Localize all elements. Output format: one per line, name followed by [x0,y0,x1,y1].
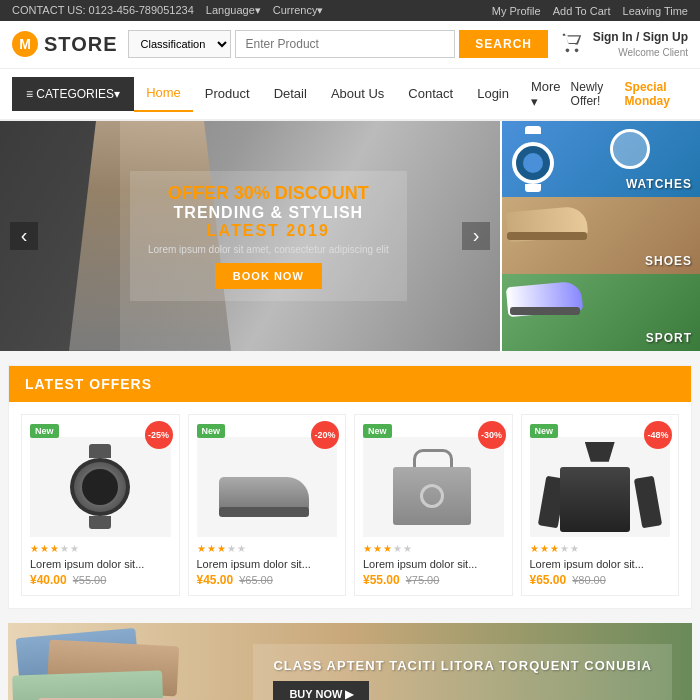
classification-select[interactable]: Classification [128,30,231,58]
book-now-button[interactable]: BOOK NOW [215,263,322,289]
price-old-0: ¥55.00 [73,574,107,586]
stars-0: ★★★★★ [30,543,171,554]
leaving-time-link[interactable]: Leaving Time [623,5,688,17]
nav-item-contact[interactable]: Contact [396,76,465,111]
badge-discount-0: -25% [145,421,173,449]
product-title-1: Lorem ipsum dolor sit... [197,558,338,570]
product-title-0: Lorem ipsum dolor sit... [30,558,171,570]
price-old-3: ¥80.00 [572,574,606,586]
site-header: M STORE Classification SEARCH Sign In / … [0,21,700,69]
hero-prev-arrow[interactable]: ‹ [10,222,38,250]
hero-sidebar-sport[interactable]: SPORT [500,274,700,351]
hero-next-arrow[interactable]: › [462,222,490,250]
welcome-text: Welcome Client [593,46,688,60]
stars-3: ★★★★★ [530,543,671,554]
hero-sidebar: WATCHES SHOES SPORT [500,121,700,351]
cart-icon[interactable] [561,32,583,57]
product-card-bag: New -30% ★★★★★ Lorem ipsum dolor sit... … [354,414,513,596]
sport-label: SPORT [646,331,692,345]
product-prices-1: ¥45.00 ¥65.00 [197,573,338,587]
badge-new-3: New [530,424,559,438]
product-title-2: Lorem ipsum dolor sit... [363,558,504,570]
product-card-jacket: New -48% ★★★★★ Lorem ipsum dolor sit... … [521,414,680,596]
hero-content: OFFER 30% DISCOUNT TRENDING & STYLISH LA… [130,171,407,301]
hero-offer: OFFER 30% DISCOUNT [148,183,389,204]
nav-item-login[interactable]: Login [465,76,521,111]
contact-info: CONTACT US: 0123-456-789051234 [12,4,194,17]
newly-offer-text: Newly Offer! [571,80,617,108]
currency-selector[interactable]: Currency▾ [273,4,324,17]
special-monday-text: Special Monday [625,80,688,108]
search-input[interactable] [235,30,456,58]
hero-section: OFFER 30% DISCOUNT TRENDING & STYLISH LA… [0,121,700,351]
hero-desc: Lorem ipsum dolor sit amet, consectetur … [148,244,389,255]
sign-in-area[interactable]: Sign In / Sign Up Welcome Client [593,29,688,60]
hero-latest: LATEST 2019 [148,222,389,240]
product-img-bag [363,437,504,537]
badge-discount-2: -30% [478,421,506,449]
hero-main: OFFER 30% DISCOUNT TRENDING & STYLISH LA… [0,121,500,351]
price-current-0: ¥40.00 [30,573,67,587]
language-selector[interactable]: Language▾ [206,4,261,17]
logo[interactable]: M STORE [12,31,118,57]
products-grid: New -25% ★★★★★ Lorem ipsum dolor sit... … [9,402,691,596]
nav-items: Home Product Detail About Us Contact Log… [134,69,570,119]
latest-offers-header: LATEST OFFERS [9,366,691,402]
add-to-cart-link[interactable]: Add To Cart [553,5,611,17]
badge-discount-3: -48% [644,421,672,449]
badge-discount-1: -20% [311,421,339,449]
product-card-shoe: New -20% ★★★★★ Lorem ipsum dolor sit... … [188,414,347,596]
nav-item-home[interactable]: Home [134,75,193,112]
search-area: Classification SEARCH [128,30,548,58]
shoes-label: SHOES [645,254,692,268]
sign-in-link[interactable]: Sign In / Sign Up [593,29,688,46]
nav-item-product[interactable]: Product [193,76,262,111]
latest-offers-section: LATEST OFFERS New -25% ★★★★★ Lorem ipsum… [8,365,692,609]
stars-1: ★★★★★ [197,543,338,554]
my-profile-link[interactable]: My Profile [492,5,541,17]
badge-new-1: New [197,424,226,438]
product-prices-3: ¥65.00 ¥80.00 [530,573,671,587]
logo-text: STORE [44,33,118,56]
nav-more[interactable]: More ▾ [521,69,571,119]
price-old-2: ¥75.00 [406,574,440,586]
search-button[interactable]: SEARCH [459,30,548,58]
product-card-watch: New -25% ★★★★★ Lorem ipsum dolor sit... … [21,414,180,596]
top-bar: CONTACT US: 0123-456-789051234 Language▾… [0,0,700,21]
buy-now-button[interactable]: BUY NOW ▶ [273,681,369,700]
product-img-jacket [530,437,671,537]
product-img-shoe [197,437,338,537]
bottom-banner-title: CLASS APTENT TACITI LITORA TORQUENT CONU… [273,658,652,673]
nav-right: Newly Offer! Special Monday [571,80,688,108]
product-img-watch [30,437,171,537]
hero-sidebar-shoes[interactable]: SHOES [500,197,700,274]
main-nav: ≡ CATEGORIES▾ Home Product Detail About … [0,69,700,121]
product-title-3: Lorem ipsum dolor sit... [530,558,671,570]
header-right: Sign In / Sign Up Welcome Client [558,29,688,60]
badge-new-0: New [30,424,59,438]
categories-menu[interactable]: ≡ CATEGORIES▾ [12,77,134,111]
price-current-1: ¥45.00 [197,573,234,587]
bottom-banner-content: CLASS APTENT TACITI LITORA TORQUENT CONU… [253,644,672,700]
hero-sidebar-watches[interactable]: WATCHES [500,121,700,198]
badge-new-2: New [363,424,392,438]
price-current-2: ¥55.00 [363,573,400,587]
nav-item-about[interactable]: About Us [319,76,396,111]
product-prices-0: ¥40.00 ¥55.00 [30,573,171,587]
price-old-1: ¥65.00 [239,574,273,586]
logo-icon: M [12,31,38,57]
product-prices-2: ¥55.00 ¥75.00 [363,573,504,587]
stars-2: ★★★★★ [363,543,504,554]
watches-label: WATCHES [626,177,692,191]
nav-item-detail[interactable]: Detail [262,76,319,111]
hero-trending: TRENDING & STYLISH [148,204,389,222]
bottom-banner: CLASS APTENT TACITI LITORA TORQUENT CONU… [8,623,692,700]
price-current-3: ¥65.00 [530,573,567,587]
